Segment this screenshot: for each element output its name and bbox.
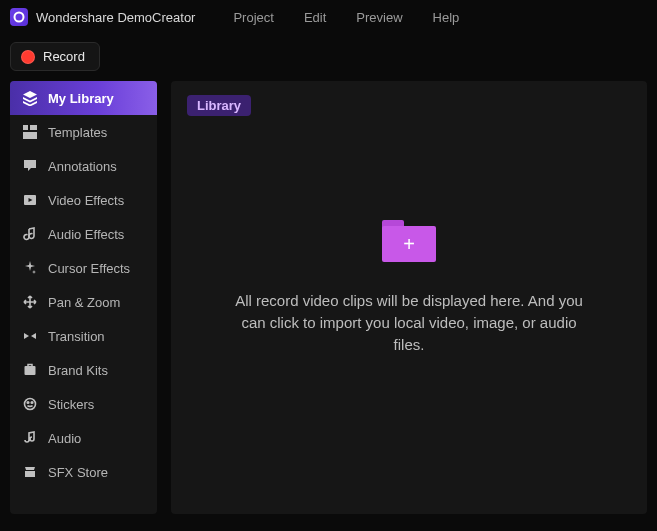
sidebar-item-stickers[interactable]: Stickers (10, 387, 157, 421)
sidebar-item-label: Stickers (48, 397, 94, 412)
svg-point-11 (27, 402, 29, 404)
annotations-icon (22, 158, 38, 174)
transition-icon (22, 328, 38, 344)
video-effects-icon (22, 192, 38, 208)
svg-marker-6 (24, 333, 29, 339)
sidebar-item-label: SFX Store (48, 465, 108, 480)
record-icon (21, 50, 35, 64)
sidebar-item-my-library[interactable]: My Library (10, 81, 157, 115)
sidebar-item-cursor-effects[interactable]: Cursor Effects (10, 251, 157, 285)
sidebar-item-label: Annotations (48, 159, 117, 174)
app-title: Wondershare DemoCreator (36, 10, 195, 25)
main-panel: Library + All record video clips will be… (171, 81, 647, 514)
library-tag[interactable]: Library (187, 95, 251, 116)
sidebar-item-video-effects[interactable]: Video Effects (10, 183, 157, 217)
sidebar-item-audio[interactable]: Audio (10, 421, 157, 455)
sidebar-item-label: Video Effects (48, 193, 124, 208)
import-drop-area[interactable]: + All record video clips will be display… (187, 116, 631, 500)
sidebar-item-brand-kits[interactable]: Brand Kits (10, 353, 157, 387)
toolbar: Record (0, 34, 657, 81)
sidebar-item-sfx-store[interactable]: SFX Store (10, 455, 157, 489)
layers-icon (22, 90, 38, 106)
templates-icon (22, 124, 38, 140)
sidebar-item-label: Templates (48, 125, 107, 140)
record-button[interactable]: Record (10, 42, 100, 71)
sidebar-item-pan-zoom[interactable]: Pan & Zoom (10, 285, 157, 319)
sidebar-item-annotations[interactable]: Annotations (10, 149, 157, 183)
sidebar-item-templates[interactable]: Templates (10, 115, 157, 149)
stickers-icon (22, 396, 38, 412)
app-logo (10, 8, 28, 26)
sidebar-item-label: Audio (48, 431, 81, 446)
sfx-store-icon (22, 464, 38, 480)
svg-point-0 (15, 13, 24, 22)
empty-library-text: All record video clips will be displayed… (227, 290, 591, 355)
menu-edit[interactable]: Edit (304, 10, 326, 25)
sidebar-item-audio-effects[interactable]: Audio Effects (10, 217, 157, 251)
svg-point-10 (25, 399, 36, 410)
brand-kits-icon (22, 362, 38, 378)
svg-rect-1 (23, 125, 28, 130)
sidebar: My Library Templates Annotations Video E… (10, 81, 157, 514)
svg-rect-2 (30, 125, 37, 130)
menu-help[interactable]: Help (433, 10, 460, 25)
record-button-label: Record (43, 49, 85, 64)
sidebar-item-label: My Library (48, 91, 114, 106)
sidebar-item-label: Transition (48, 329, 105, 344)
audio-icon (22, 430, 38, 446)
folder-plus-icon: + (382, 220, 436, 262)
svg-rect-9 (28, 365, 32, 368)
svg-marker-7 (31, 333, 36, 339)
sidebar-item-transition[interactable]: Transition (10, 319, 157, 353)
main-menu: Project Edit Preview Help (233, 10, 459, 25)
sidebar-item-label: Pan & Zoom (48, 295, 120, 310)
svg-rect-3 (23, 132, 37, 139)
pan-zoom-icon (22, 294, 38, 310)
audio-effects-icon (22, 226, 38, 242)
title-bar: Wondershare DemoCreator Project Edit Pre… (0, 0, 657, 34)
svg-point-12 (31, 402, 33, 404)
sidebar-item-label: Brand Kits (48, 363, 108, 378)
cursor-effects-icon (22, 260, 38, 276)
sidebar-item-label: Audio Effects (48, 227, 124, 242)
menu-project[interactable]: Project (233, 10, 273, 25)
sidebar-item-label: Cursor Effects (48, 261, 130, 276)
workspace: My Library Templates Annotations Video E… (0, 81, 657, 524)
menu-preview[interactable]: Preview (356, 10, 402, 25)
